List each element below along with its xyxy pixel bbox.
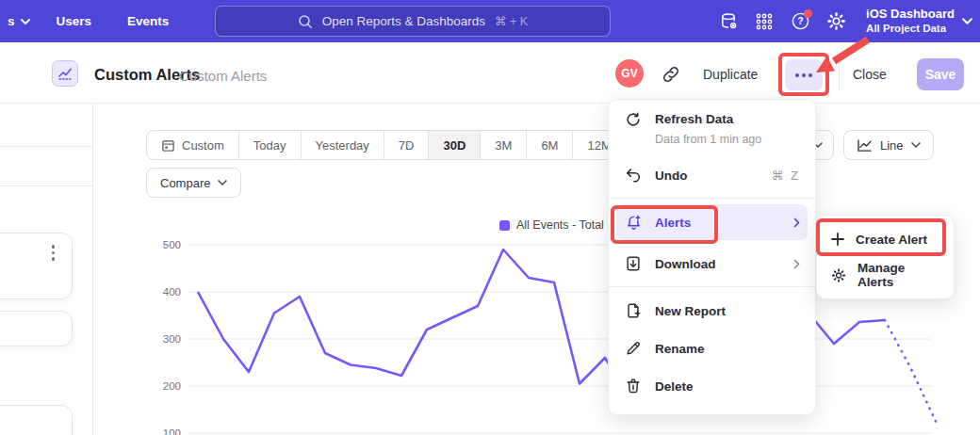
chevron-right-icon bbox=[793, 218, 800, 228]
sidebar-row-divider bbox=[0, 185, 92, 186]
chart-legend[interactable]: All Events - Total bbox=[499, 218, 604, 232]
menu-item-rename[interactable]: Rename bbox=[609, 330, 815, 367]
svg-text:300: 300 bbox=[163, 333, 181, 345]
compare-label: Compare bbox=[160, 176, 210, 190]
breadcrumb: Custom Alerts bbox=[179, 68, 267, 84]
sidebar-card[interactable] bbox=[0, 233, 73, 299]
alerts-submenu: Create Alert Manage Alerts bbox=[816, 215, 955, 299]
chevron-right-icon bbox=[793, 259, 800, 269]
svg-text:100: 100 bbox=[163, 427, 181, 435]
range-custom[interactable]: Custom bbox=[147, 131, 239, 159]
top-nav: s Users Events Open Reports & Dashboards… bbox=[0, 0, 980, 42]
link-icon bbox=[661, 64, 681, 85]
apps-grid-icon[interactable] bbox=[753, 10, 776, 33]
range-label: Today bbox=[253, 138, 286, 153]
more-options-menu: Refresh Data Data from 1 min ago Undo ⌘ … bbox=[608, 99, 816, 415]
range-label: 30D bbox=[443, 138, 466, 153]
project-subtitle: All Project Data bbox=[866, 22, 955, 35]
search-placeholder: Open Reports & Dashboards bbox=[322, 14, 485, 28]
project-selector[interactable]: iOS Dashboard All Project Data bbox=[866, 7, 972, 36]
submenu-item-create-alert[interactable]: Create Alert bbox=[817, 221, 954, 257]
more-options-button[interactable] bbox=[785, 59, 823, 90]
gear-icon bbox=[826, 11, 846, 31]
menu-item-undo[interactable]: Undo ⌘ Z bbox=[609, 157, 815, 193]
range-30d-selected[interactable]: 30D bbox=[429, 131, 481, 159]
nav-item-users[interactable]: Users bbox=[43, 14, 106, 28]
plus-icon bbox=[831, 233, 844, 246]
menu-item-alerts[interactable]: Alerts bbox=[616, 204, 808, 240]
menu-divider bbox=[609, 286, 815, 287]
chevron-down-icon bbox=[21, 19, 30, 24]
panel-divider bbox=[92, 104, 93, 435]
calendar-icon bbox=[161, 138, 175, 153]
header-divider bbox=[839, 58, 840, 90]
chart-type-dropdown[interactable]: Line bbox=[843, 130, 934, 160]
submenu-item-label: Create Alert bbox=[856, 233, 927, 247]
chevron-down-icon bbox=[218, 180, 227, 185]
range-label: Yesterday bbox=[316, 138, 369, 153]
range-3m[interactable]: 3M bbox=[481, 131, 527, 159]
search-shortcut: ⌘ + K bbox=[495, 14, 528, 28]
database-icon bbox=[719, 11, 739, 31]
range-7d[interactable]: 7D bbox=[384, 131, 430, 159]
range-label: 6M bbox=[541, 138, 558, 153]
svg-text:500: 500 bbox=[163, 239, 181, 250]
menu-item-label: Delete bbox=[655, 379, 800, 394]
nav-cut-label: s bbox=[8, 14, 15, 28]
line-chart-icon bbox=[857, 138, 873, 153]
menu-item-label: Rename bbox=[655, 342, 800, 356]
legend-swatch bbox=[499, 220, 510, 231]
rename-pencil-icon bbox=[624, 340, 643, 357]
menu-item-label: Download bbox=[655, 257, 781, 271]
chevron-down-icon bbox=[962, 18, 972, 24]
sidebar-card[interactable] bbox=[0, 311, 73, 346]
menu-item-subtitle: Data from 1 min ago bbox=[655, 131, 761, 148]
sidebar-row-divider bbox=[0, 146, 92, 147]
submenu-item-label: Manage Alerts bbox=[858, 261, 939, 289]
help-icon[interactable]: ? bbox=[789, 10, 811, 33]
delete-trash-icon bbox=[624, 378, 643, 395]
nav-item-events[interactable]: Events bbox=[114, 14, 182, 28]
range-6m[interactable]: 6M bbox=[527, 131, 573, 159]
compare-dropdown[interactable]: Compare bbox=[146, 168, 241, 198]
menu-item-refresh-data[interactable]: Refresh Data Data from 1 min ago bbox=[609, 109, 815, 157]
range-today[interactable]: Today bbox=[239, 131, 302, 159]
copy-link-button[interactable] bbox=[661, 64, 683, 85]
sidebar-card[interactable] bbox=[0, 405, 73, 435]
range-label: 3M bbox=[495, 138, 512, 153]
range-yesterday[interactable]: Yesterday bbox=[302, 131, 384, 159]
project-name: iOS Dashboard bbox=[866, 7, 955, 22]
search-input[interactable]: Open Reports & Dashboards ⌘ + K bbox=[215, 6, 611, 37]
menu-divider bbox=[609, 198, 815, 199]
download-icon bbox=[624, 255, 643, 272]
date-range-control: Custom Today Yesterday 7D 30D 3M 6M 12M bbox=[146, 130, 627, 160]
gear-icon bbox=[831, 267, 846, 283]
grid-dots-icon bbox=[755, 12, 774, 31]
range-label: Custom bbox=[182, 138, 224, 153]
svg-text:400: 400 bbox=[163, 286, 181, 298]
refresh-icon bbox=[624, 111, 643, 128]
duplicate-button[interactable]: Duplicate bbox=[703, 67, 758, 82]
nav-item-boards-cut[interactable]: s bbox=[6, 14, 34, 28]
menu-item-delete[interactable]: Delete bbox=[609, 367, 815, 405]
menu-item-label: Alerts bbox=[655, 216, 781, 230]
avatar[interactable]: GV bbox=[615, 59, 644, 88]
menu-item-shortcut: ⌘ Z bbox=[771, 169, 800, 183]
menu-item-label: Refresh Data bbox=[655, 112, 733, 126]
data-management-icon[interactable] bbox=[717, 10, 740, 33]
insights-chart-icon bbox=[57, 66, 73, 81]
legend-label: All Events - Total bbox=[516, 218, 604, 232]
svg-text:?: ? bbox=[797, 15, 803, 26]
range-label: 7D bbox=[399, 138, 415, 153]
kebab-menu-icon[interactable] bbox=[52, 245, 56, 261]
close-button[interactable]: Close bbox=[853, 67, 887, 82]
settings-gear-icon[interactable] bbox=[825, 10, 847, 33]
chart-type-label: Line bbox=[880, 138, 904, 153]
menu-item-download[interactable]: Download bbox=[609, 246, 815, 282]
menu-item-new-report[interactable]: New Report bbox=[609, 292, 815, 330]
app-window: s Users Events Open Reports & Dashboards… bbox=[0, 0, 980, 435]
submenu-item-manage-alerts[interactable]: Manage Alerts bbox=[817, 257, 954, 293]
chevron-down-icon bbox=[911, 142, 921, 148]
save-button[interactable]: Save bbox=[917, 58, 964, 90]
menu-item-label: New Report bbox=[655, 304, 800, 318]
